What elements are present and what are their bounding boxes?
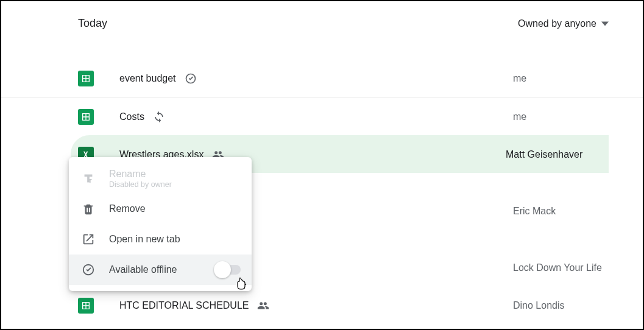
text-icon bbox=[81, 171, 96, 186]
context-menu: Rename Disabled by owner Remove Open in … bbox=[69, 157, 252, 291]
open-in-new-icon bbox=[81, 232, 96, 247]
owner-filter-dropdown[interactable]: Owned by anyone bbox=[518, 18, 609, 29]
toggle-knob bbox=[214, 261, 231, 278]
section-title: Today bbox=[78, 17, 107, 30]
sheets-icon bbox=[78, 298, 94, 314]
sync-icon bbox=[153, 111, 165, 123]
rename-menu-item: Rename Disabled by owner bbox=[69, 163, 252, 194]
file-owner: Dino Londis bbox=[513, 300, 565, 311]
remove-menu-item[interactable]: Remove bbox=[69, 194, 252, 224]
offline-icon bbox=[81, 262, 96, 277]
file-row[interactable]: event budget me bbox=[78, 59, 609, 97]
remove-label: Remove bbox=[109, 203, 146, 214]
available-offline-menu-item[interactable]: Available offline bbox=[69, 255, 252, 285]
owner-filter-label: Owned by anyone bbox=[518, 18, 596, 29]
open-new-tab-menu-item[interactable]: Open in new tab bbox=[69, 224, 252, 255]
file-owner: Eric Mack bbox=[513, 206, 556, 217]
file-owner: me bbox=[513, 73, 526, 84]
rename-sublabel: Disabled by owner bbox=[109, 180, 172, 189]
file-name: event budget bbox=[119, 73, 176, 84]
open-new-tab-label: Open in new tab bbox=[109, 234, 180, 245]
file-name: Costs bbox=[119, 111, 144, 122]
rename-label: Rename bbox=[109, 169, 172, 180]
file-owner: Lock Down Your Life bbox=[513, 262, 602, 273]
file-name: HTC EDITORIAL SCHEDULE bbox=[119, 300, 249, 311]
available-offline-label: Available offline bbox=[109, 264, 177, 275]
shared-icon bbox=[257, 300, 269, 312]
caret-down-icon bbox=[601, 20, 609, 27]
list-header: Today Owned by anyone bbox=[78, 17, 609, 30]
cursor-icon bbox=[236, 278, 248, 295]
trash-icon bbox=[81, 202, 96, 216]
file-row[interactable]: Costs me bbox=[78, 97, 609, 135]
file-owner: Matt Geisenhaver bbox=[506, 149, 582, 160]
file-row[interactable]: HTC EDITORIAL SCHEDULE Dino Londis bbox=[78, 286, 609, 324]
offline-ready-icon bbox=[185, 72, 197, 85]
sheets-icon bbox=[78, 71, 94, 86]
offline-toggle[interactable] bbox=[216, 265, 241, 275]
sheets-icon bbox=[78, 109, 94, 125]
file-owner: me bbox=[513, 111, 526, 122]
